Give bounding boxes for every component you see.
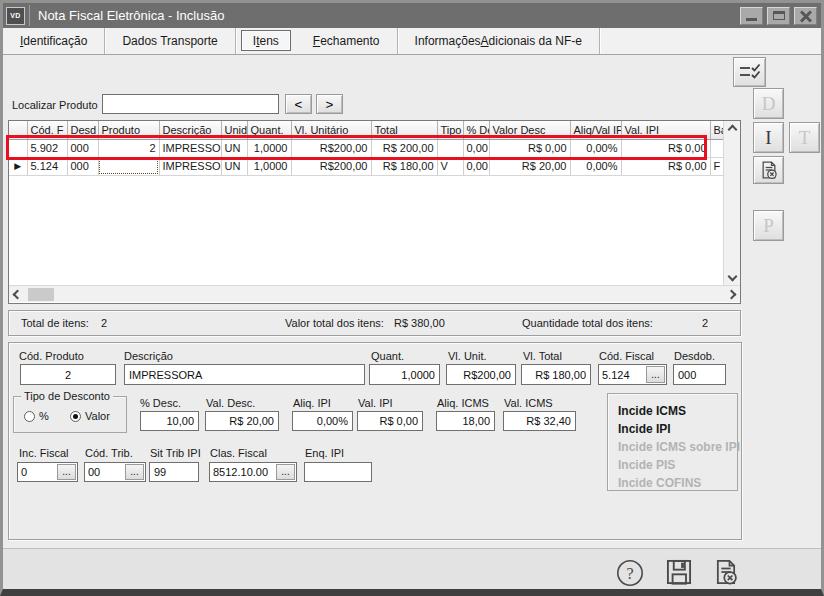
aliq-ipi-input[interactable] (293, 412, 352, 430)
tab-identificacao[interactable]: Identificação (3, 28, 105, 54)
val-icms-input[interactable] (504, 412, 575, 430)
cod-fiscal-input[interactable] (599, 365, 645, 384)
cod-produto-input[interactable] (21, 365, 115, 384)
cod-trib-lookup-button[interactable]: ... (125, 464, 144, 480)
maximize-icon (773, 11, 785, 20)
col-indicator (9, 121, 27, 139)
vl-total-label: Vl. Total (523, 350, 562, 362)
clas-fiscal-label: Clas. Fiscal (210, 447, 267, 459)
scroll-down-button[interactable] (724, 268, 741, 284)
d-button: D (753, 88, 784, 119)
col-descricao: Descrição (159, 121, 221, 139)
vl-total-input[interactable] (522, 365, 590, 384)
localizar-produto-label: Localizar Produto (12, 99, 98, 111)
minimize-button[interactable] (740, 7, 763, 25)
incide-icms: Incide ICMS (618, 402, 737, 420)
item-row-1[interactable]: 5.902 000 2 IMPRESSOR UN 1,0000 R$200,00… (9, 139, 723, 157)
tab-informacoes-adicionais[interactable]: Informações Adicionais da NF-e (398, 28, 600, 54)
cod-fiscal-label: Cód. Fiscal (599, 350, 654, 362)
chevron-up-icon (728, 124, 738, 134)
tab-dados-transporte[interactable]: Dados Transporte (105, 28, 235, 54)
clas-fiscal-input[interactable] (210, 463, 275, 481)
app-icon: VD (6, 7, 25, 25)
vl-unit-input[interactable] (447, 365, 515, 384)
desdob-input[interactable] (674, 365, 725, 384)
tab-fechamento[interactable]: Fechamento (296, 28, 398, 54)
scroll-left-button[interactable] (9, 286, 26, 302)
sit-trib-ipi-input[interactable] (150, 463, 198, 481)
col-quant: Quant. (247, 121, 291, 139)
save-button[interactable] (664, 557, 694, 587)
clas-fiscal-lookup-button[interactable]: ... (276, 464, 295, 480)
totals-bar: Total de itens: 2 Valor total dos itens:… (8, 310, 741, 336)
incide-panel: Incide ICMS Incide IPI Incide ICMS sobre… (607, 393, 738, 491)
current-row-arrow-icon: ▶ (9, 157, 27, 175)
t-button: T (789, 122, 820, 153)
val-desc-input[interactable] (206, 412, 278, 430)
help-icon: ? (616, 559, 644, 587)
inc-fiscal-input[interactable] (18, 463, 56, 481)
item-detail-panel: Cód. Produto Descrição Quant. Vl. Unit. … (8, 342, 742, 540)
tab-itens[interactable]: Itens (241, 30, 291, 51)
tipo-desconto-legend: Tipo de Desconto (21, 390, 113, 402)
sit-trib-ipi-label: Sit Trib IPI (150, 447, 201, 459)
val-ipi-label: Val. IPI (358, 397, 393, 409)
val-ipi-input[interactable] (358, 412, 422, 430)
radio-valor[interactable]: Valor (70, 410, 110, 422)
enq-ipi-input[interactable] (305, 463, 371, 481)
incide-ipi: Incide IPI (618, 420, 737, 438)
previous-item-button[interactable]: < (285, 94, 312, 114)
col-vl-unitario: Vl. Unitário (291, 121, 371, 139)
quant-input[interactable] (370, 365, 439, 384)
help-button[interactable]: ? (615, 558, 645, 588)
descricao-input[interactable] (125, 365, 364, 384)
next-item-button[interactable]: > (316, 94, 343, 114)
scroll-right-button[interactable] (723, 286, 740, 302)
close-button[interactable] (794, 7, 817, 25)
horizontal-scroll-thumb[interactable] (28, 288, 54, 301)
chevron-down-icon (728, 271, 738, 281)
perc-desc-input[interactable] (141, 412, 198, 430)
check-items-button[interactable] (733, 57, 766, 87)
aliq-ipi-label: Aliq. IPI (293, 397, 331, 409)
localizar-produto-input[interactable] (103, 95, 278, 113)
selected-cell[interactable]: 2 (98, 157, 159, 175)
inc-fiscal-label: Inc. Fiscal (19, 447, 69, 459)
localizar-produto-field (102, 94, 279, 114)
inc-fiscal-combo: ... (17, 462, 78, 482)
valor-total-label: Valor total dos itens: (285, 311, 384, 335)
row1-indicator (9, 139, 27, 157)
inc-fiscal-lookup-button[interactable]: ... (57, 464, 76, 480)
vertical-scrollbar[interactable] (723, 121, 740, 285)
vl-unit-label: Vl. Unit. (448, 350, 487, 362)
item-row-2[interactable]: ▶ 5.124 000 2 IMPRESSOR UN 1,0000 R$200,… (9, 157, 723, 175)
cod-trib-input[interactable] (85, 463, 124, 481)
horizontal-scrollbar[interactable] (9, 285, 740, 302)
val-icms-label: Val. ICMS (504, 397, 553, 409)
cancel-button[interactable] (711, 557, 741, 587)
grid-header-row: Cód. F Desd Produto Descrição Unid Quant… (9, 121, 723, 139)
save-icon (665, 558, 693, 586)
i-button[interactable]: I (753, 122, 784, 153)
chevron-right-icon (727, 289, 737, 299)
document-delete-icon (759, 160, 779, 180)
close-icon (800, 10, 812, 22)
scroll-up-button[interactable] (724, 121, 741, 137)
aliq-icms-input[interactable] (437, 412, 494, 430)
checklist-icon (739, 63, 761, 81)
col-unid: Unid (221, 121, 247, 139)
tab-bar: Identificação Dados Transporte Itens Fec… (3, 28, 821, 55)
col-tipo: Tipo (437, 121, 463, 139)
quantidade-total-value: 2 (702, 311, 708, 335)
incide-cofins: Incide COFINS (618, 474, 737, 492)
cod-fiscal-lookup-button[interactable]: ... (646, 366, 665, 383)
radio-percent[interactable]: % (24, 410, 49, 422)
enq-ipi-label: Enq. IPI (305, 447, 344, 459)
total-itens-label: Total de itens: (21, 311, 89, 335)
maximize-button[interactable] (767, 7, 790, 25)
col-val-ipi: Val. IPI (621, 121, 710, 139)
clas-fiscal-combo: ... (209, 462, 297, 482)
col-base: Ba (710, 121, 723, 139)
delete-item-button[interactable] (753, 156, 784, 184)
cod-trib-label: Cód. Trib. (85, 447, 133, 459)
